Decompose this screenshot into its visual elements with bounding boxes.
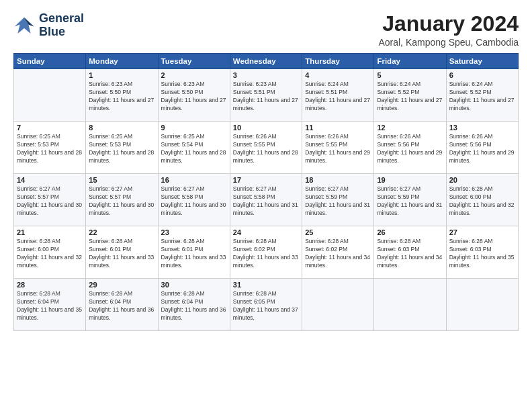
day-number: 29: [89, 281, 154, 289]
logo-icon: [13, 15, 35, 36]
calendar-page: General Blue January 2024 Aoral, Kampong…: [0, 0, 532, 411]
day-number: 25: [305, 228, 371, 236]
weekday-header: Monday: [86, 54, 158, 69]
day-number: 12: [377, 124, 443, 132]
day-number: 6: [449, 71, 515, 79]
day-info: Sunrise: 6:25 AM Sunset: 5:54 PM Dayligh…: [161, 133, 227, 165]
day-number: 5: [377, 71, 443, 79]
weekday-header: Wednesday: [230, 54, 302, 69]
day-info: Sunrise: 6:26 AM Sunset: 5:56 PM Dayligh…: [449, 133, 515, 165]
day-info: Sunrise: 6:28 AM Sunset: 6:04 PM Dayligh…: [161, 290, 227, 322]
day-info: Sunrise: 6:25 AM Sunset: 5:53 PM Dayligh…: [17, 133, 83, 165]
calendar-week-row: 7Sunrise: 6:25 AM Sunset: 5:53 PM Daylig…: [14, 122, 519, 174]
calendar-week-row: 21Sunrise: 6:28 AM Sunset: 6:00 PM Dayli…: [14, 226, 519, 279]
calendar-cell: 4Sunrise: 6:24 AM Sunset: 5:51 PM Daylig…: [302, 69, 374, 122]
day-number: 16: [161, 176, 227, 184]
day-number: 21: [17, 228, 83, 236]
calendar-cell: [302, 279, 374, 331]
day-number: 23: [161, 228, 227, 236]
day-number: 14: [17, 176, 83, 184]
calendar-cell: [14, 69, 86, 122]
day-info: Sunrise: 6:25 AM Sunset: 5:53 PM Dayligh…: [89, 133, 154, 165]
calendar-week-row: 28Sunrise: 6:28 AM Sunset: 6:04 PM Dayli…: [14, 279, 519, 331]
day-info: Sunrise: 6:23 AM Sunset: 5:50 PM Dayligh…: [161, 81, 227, 113]
calendar-cell: 7Sunrise: 6:25 AM Sunset: 5:53 PM Daylig…: [14, 122, 86, 174]
calendar-cell: 27Sunrise: 6:28 AM Sunset: 6:03 PM Dayli…: [446, 226, 518, 279]
day-info: Sunrise: 6:28 AM Sunset: 6:02 PM Dayligh…: [233, 238, 299, 270]
calendar-cell: 29Sunrise: 6:28 AM Sunset: 6:04 PM Dayli…: [86, 279, 158, 331]
day-info: Sunrise: 6:28 AM Sunset: 6:01 PM Dayligh…: [89, 238, 154, 270]
calendar-cell: 3Sunrise: 6:23 AM Sunset: 5:51 PM Daylig…: [230, 69, 302, 122]
day-info: Sunrise: 6:28 AM Sunset: 6:01 PM Dayligh…: [161, 238, 227, 270]
weekday-header: Saturday: [446, 54, 518, 69]
calendar-cell: 13Sunrise: 6:26 AM Sunset: 5:56 PM Dayli…: [446, 122, 518, 174]
day-number: 11: [305, 124, 371, 132]
day-number: 9: [161, 124, 227, 132]
calendar-cell: 28Sunrise: 6:28 AM Sunset: 6:04 PM Dayli…: [14, 279, 86, 331]
day-info: Sunrise: 6:28 AM Sunset: 6:04 PM Dayligh…: [89, 290, 154, 322]
logo: General Blue: [13, 12, 84, 39]
day-info: Sunrise: 6:27 AM Sunset: 5:59 PM Dayligh…: [305, 185, 371, 218]
calendar-cell: 8Sunrise: 6:25 AM Sunset: 5:53 PM Daylig…: [86, 122, 158, 174]
day-info: Sunrise: 6:27 AM Sunset: 5:58 PM Dayligh…: [233, 185, 299, 218]
day-info: Sunrise: 6:24 AM Sunset: 5:52 PM Dayligh…: [377, 81, 443, 113]
day-info: Sunrise: 6:28 AM Sunset: 6:00 PM Dayligh…: [449, 185, 515, 218]
weekday-header: Sunday: [14, 54, 86, 69]
day-info: Sunrise: 6:28 AM Sunset: 6:03 PM Dayligh…: [377, 238, 443, 270]
day-info: Sunrise: 6:24 AM Sunset: 5:52 PM Dayligh…: [449, 81, 515, 113]
day-info: Sunrise: 6:28 AM Sunset: 6:04 PM Dayligh…: [17, 290, 83, 322]
day-info: Sunrise: 6:28 AM Sunset: 6:02 PM Dayligh…: [305, 238, 371, 270]
calendar-week-row: 14Sunrise: 6:27 AM Sunset: 5:57 PM Dayli…: [14, 174, 519, 226]
calendar-cell: 26Sunrise: 6:28 AM Sunset: 6:03 PM Dayli…: [374, 226, 446, 279]
calendar-cell: 31Sunrise: 6:28 AM Sunset: 6:05 PM Dayli…: [230, 279, 302, 331]
day-info: Sunrise: 6:28 AM Sunset: 6:00 PM Dayligh…: [17, 238, 83, 270]
day-number: 7: [17, 124, 83, 132]
calendar-cell: 15Sunrise: 6:27 AM Sunset: 5:57 PM Dayli…: [86, 174, 158, 226]
logo-line1: General: [39, 12, 84, 26]
calendar-cell: 19Sunrise: 6:27 AM Sunset: 5:59 PM Dayli…: [374, 174, 446, 226]
calendar-cell: 1Sunrise: 6:23 AM Sunset: 5:50 PM Daylig…: [86, 69, 158, 122]
month-title: January 2024: [378, 12, 519, 36]
day-number: 28: [17, 281, 83, 289]
day-number: 13: [449, 124, 515, 132]
header: General Blue January 2024 Aoral, Kampong…: [13, 12, 519, 48]
day-number: 20: [449, 176, 515, 184]
calendar-cell: 23Sunrise: 6:28 AM Sunset: 6:01 PM Dayli…: [158, 226, 230, 279]
header-row: SundayMondayTuesdayWednesdayThursdayFrid…: [14, 54, 519, 69]
day-number: 17: [233, 176, 299, 184]
calendar-cell: 5Sunrise: 6:24 AM Sunset: 5:52 PM Daylig…: [374, 69, 446, 122]
calendar-cell: 16Sunrise: 6:27 AM Sunset: 5:58 PM Dayli…: [158, 174, 230, 226]
calendar-cell: [374, 279, 446, 331]
day-info: Sunrise: 6:28 AM Sunset: 6:03 PM Dayligh…: [449, 238, 515, 270]
day-info: Sunrise: 6:26 AM Sunset: 5:56 PM Dayligh…: [377, 133, 443, 165]
day-info: Sunrise: 6:23 AM Sunset: 5:50 PM Dayligh…: [89, 81, 154, 113]
calendar-cell: 24Sunrise: 6:28 AM Sunset: 6:02 PM Dayli…: [230, 226, 302, 279]
day-number: 19: [377, 176, 443, 184]
day-number: 4: [305, 71, 371, 79]
calendar-cell: 25Sunrise: 6:28 AM Sunset: 6:02 PM Dayli…: [302, 226, 374, 279]
day-number: 2: [161, 71, 227, 79]
calendar-cell: 14Sunrise: 6:27 AM Sunset: 5:57 PM Dayli…: [14, 174, 86, 226]
day-number: 1: [89, 71, 154, 79]
day-info: Sunrise: 6:23 AM Sunset: 5:51 PM Dayligh…: [233, 81, 299, 113]
calendar-cell: 12Sunrise: 6:26 AM Sunset: 5:56 PM Dayli…: [374, 122, 446, 174]
calendar-cell: 17Sunrise: 6:27 AM Sunset: 5:58 PM Dayli…: [230, 174, 302, 226]
day-info: Sunrise: 6:27 AM Sunset: 5:57 PM Dayligh…: [89, 185, 154, 218]
calendar-cell: 2Sunrise: 6:23 AM Sunset: 5:50 PM Daylig…: [158, 69, 230, 122]
weekday-header: Tuesday: [158, 54, 230, 69]
calendar-cell: 20Sunrise: 6:28 AM Sunset: 6:00 PM Dayli…: [446, 174, 518, 226]
calendar-cell: 6Sunrise: 6:24 AM Sunset: 5:52 PM Daylig…: [446, 69, 518, 122]
day-info: Sunrise: 6:24 AM Sunset: 5:51 PM Dayligh…: [305, 81, 371, 113]
day-info: Sunrise: 6:27 AM Sunset: 5:57 PM Dayligh…: [17, 185, 83, 218]
calendar-cell: 18Sunrise: 6:27 AM Sunset: 5:59 PM Dayli…: [302, 174, 374, 226]
calendar-cell: 21Sunrise: 6:28 AM Sunset: 6:00 PM Dayli…: [14, 226, 86, 279]
svg-marker-0: [15, 17, 34, 34]
location-title: Aoral, Kampong Speu, Cambodia: [378, 37, 519, 48]
calendar-week-row: 1Sunrise: 6:23 AM Sunset: 5:50 PM Daylig…: [14, 69, 519, 122]
calendar-cell: 11Sunrise: 6:26 AM Sunset: 5:55 PM Dayli…: [302, 122, 374, 174]
day-info: Sunrise: 6:28 AM Sunset: 6:05 PM Dayligh…: [233, 290, 299, 322]
weekday-header: Friday: [374, 54, 446, 69]
day-number: 31: [233, 281, 299, 289]
day-number: 3: [233, 71, 299, 79]
day-info: Sunrise: 6:26 AM Sunset: 5:55 PM Dayligh…: [305, 133, 371, 165]
